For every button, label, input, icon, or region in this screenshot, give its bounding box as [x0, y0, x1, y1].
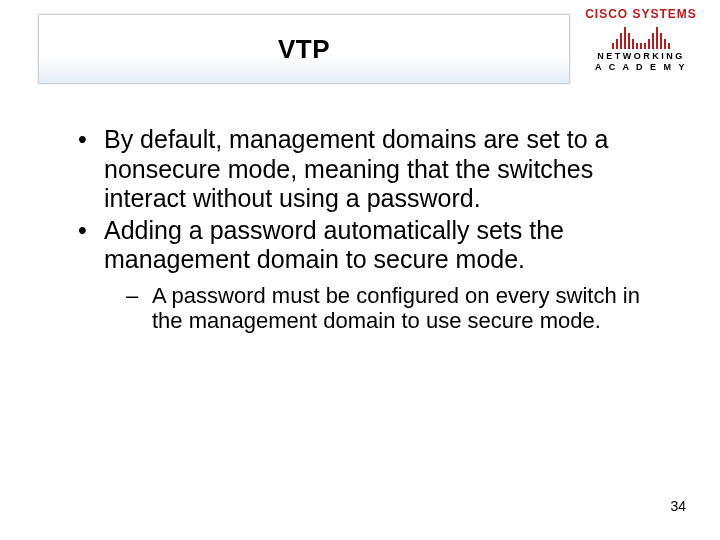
content-area: By default, management domains are set t…: [72, 125, 660, 336]
sub-bullet-item: A password must be configured on every s…: [104, 283, 660, 335]
bullet-item: Adding a password automatically sets the…: [72, 216, 660, 335]
bullet-text: By default, management domains are set t…: [104, 125, 608, 212]
logo-brand-text: CISCO SYSTEMS: [580, 8, 702, 21]
logo-sub-line1: NETWORKING: [580, 51, 702, 62]
bullet-item: By default, management domains are set t…: [72, 125, 660, 214]
page-number: 34: [670, 498, 686, 514]
bullet-text: Adding a password automatically sets the…: [104, 216, 564, 274]
cisco-bridge-icon: [580, 23, 702, 49]
logo-sub-line2: A C A D E M Y: [580, 62, 702, 73]
sub-bullet-list: A password must be configured on every s…: [104, 283, 660, 335]
title-box: VTP: [38, 14, 570, 84]
cisco-logo: CISCO SYSTEMS NETWORKING A C A D E M Y: [580, 8, 702, 86]
slide-title: VTP: [278, 34, 330, 65]
slide: VTP CISCO SYSTEMS NETWORKING A C A D E M…: [0, 0, 720, 540]
sub-bullet-text: A password must be configured on every s…: [152, 283, 640, 334]
bullet-list: By default, management domains are set t…: [72, 125, 660, 334]
